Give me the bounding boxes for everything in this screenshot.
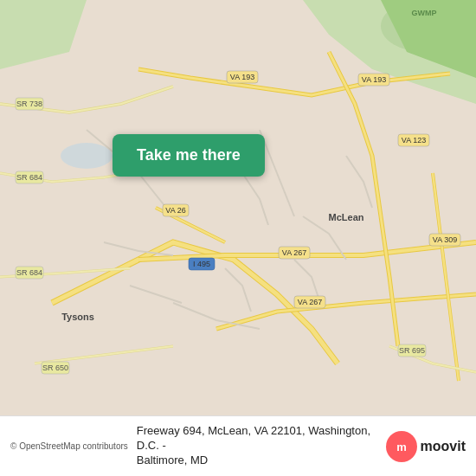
svg-text:SR 650: SR 650 [42,363,68,372]
svg-text:VA 123: VA 123 [402,136,426,145]
location-line2: Baltimore, MD [137,453,377,468]
map-container: SR 738 SR 684 SR 684 SR 650 SR 695 VA 19… [0,0,476,415]
svg-text:VA 193: VA 193 [362,75,386,84]
svg-text:GWMP: GWMP [412,9,437,17]
svg-text:VA 193: VA 193 [230,73,254,81]
svg-text:VA 267: VA 267 [282,248,306,257]
svg-text:McLean: McLean [329,212,364,222]
svg-text:I 495: I 495 [193,260,210,268]
svg-point-6 [61,143,113,169]
location-info: Freeway 694, McLean, VA 22101, Washingto… [137,424,377,468]
take-me-there-button[interactable]: Take me there [113,134,265,177]
svg-text:VA 309: VA 309 [433,235,457,244]
svg-text:Tysons: Tysons [61,312,94,322]
moovit-icon: m [386,431,417,462]
bottom-bar: © OpenStreetMap contributors Freeway 694… [0,415,476,476]
moovit-text: moovit [421,439,466,454]
svg-text:SR 738: SR 738 [16,100,42,108]
svg-text:SR 695: SR 695 [399,346,425,355]
svg-text:VA 26: VA 26 [165,206,185,215]
svg-text:SR 684: SR 684 [16,173,42,182]
copyright-text: © OpenStreetMap contributors [10,441,128,451]
svg-text:VA 267: VA 267 [298,298,322,306]
location-line1: Freeway 694, McLean, VA 22101, Washingto… [137,424,377,453]
moovit-logo: m moovit [386,431,466,462]
svg-text:m: m [396,441,407,453]
svg-text:SR 684: SR 684 [16,268,42,277]
